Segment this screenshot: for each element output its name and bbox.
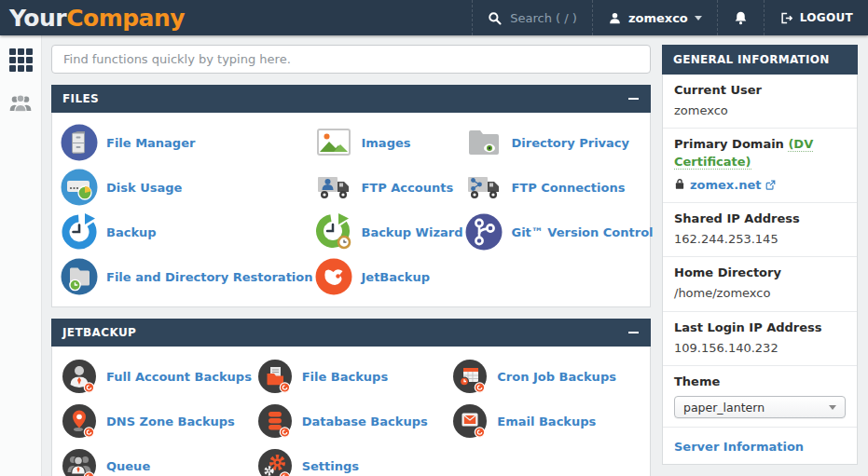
app-item-images[interactable]: Images xyxy=(312,120,462,165)
images-icon xyxy=(314,123,353,162)
user-manager-icon[interactable] xyxy=(7,92,34,118)
logo-part-2: Company xyxy=(66,5,185,32)
app-item-dns-zone-backups[interactable]: DNS Zone Backups xyxy=(58,399,254,443)
app-item-jetbackup[interactable]: JetBackup xyxy=(312,254,462,299)
app-item-directory-privacy[interactable]: Directory Privacy xyxy=(462,120,653,165)
current-user-label: Current User xyxy=(674,82,846,99)
jetbackup-icon xyxy=(314,257,353,296)
main-content: FILES File Manager Images Director xyxy=(51,45,651,476)
files-items-grid: File Manager Images Directory Privacy Di… xyxy=(52,113,650,306)
app-item-label: Backup Wizard xyxy=(361,225,462,239)
app-item-label: Images xyxy=(361,136,410,150)
collapse-icon[interactable] xyxy=(627,92,640,105)
external-link-icon[interactable] xyxy=(765,176,776,194)
app-item-label: FTP Connections xyxy=(511,181,625,195)
app-item-ftp-connections[interactable]: FTP Connections xyxy=(462,165,653,210)
app-item-full-account-backups[interactable]: Full Account Backups xyxy=(58,354,254,399)
app-item-label: Git™ Version Control xyxy=(511,225,653,239)
app-item-file-manager[interactable]: File Manager xyxy=(58,120,312,165)
app-item-database-backups[interactable]: Database Backups xyxy=(254,399,449,443)
ftp-connections-icon xyxy=(464,168,503,207)
git-icon xyxy=(464,212,503,252)
company-logo: YourCompany xyxy=(0,5,185,32)
app-item-settings[interactable]: Settings xyxy=(254,443,449,476)
primary-domain-row: Primary Domain (DV Certificate) zomex.ne… xyxy=(663,129,857,202)
app-item-disk-usage[interactable]: Disk Usage xyxy=(58,165,312,210)
app-item-label: Cron Job Backups xyxy=(497,370,616,384)
app-item-ftp-accounts[interactable]: FTP Accounts xyxy=(312,165,462,210)
ftp-accounts-icon xyxy=(314,168,353,207)
app-item-label: Full Account Backups xyxy=(106,370,252,384)
queue-icon xyxy=(60,446,99,476)
primary-domain-link[interactable]: zomex.net xyxy=(690,178,761,192)
disk-usage-icon xyxy=(60,168,99,207)
logout-button[interactable]: LOGOUT xyxy=(764,0,868,35)
app-item-label: FTP Accounts xyxy=(361,181,453,195)
general-information-panel: GENERAL INFORMATION Current User zomexco… xyxy=(662,45,858,465)
shared-ip-row: Shared IP Address 162.244.253.145 xyxy=(663,203,857,257)
jetbackup-items-grid: Full Account Backups File Backups Cron J… xyxy=(52,347,650,476)
header-search-label: Search ( / ) xyxy=(510,11,577,25)
search-icon xyxy=(488,11,502,25)
full-account-backups-icon xyxy=(60,357,99,396)
files-panel: FILES File Manager Images Director xyxy=(51,85,651,307)
theme-label: Theme xyxy=(674,374,846,390)
general-information-header: GENERAL INFORMATION xyxy=(662,45,858,75)
app-item-email-backups[interactable]: Email Backups xyxy=(448,399,644,443)
app-item-label: Email Backups xyxy=(497,415,596,428)
app-item-label: Settings xyxy=(302,459,359,473)
primary-domain-label: Primary Domain (DV Certificate) xyxy=(674,136,846,170)
app-item-label: Database Backups xyxy=(302,415,428,428)
file-manager-icon xyxy=(60,123,99,162)
last-login-value: 109.156.140.232 xyxy=(674,340,846,357)
collapse-icon[interactable] xyxy=(627,326,640,339)
app-item-label: Disk Usage xyxy=(106,181,182,195)
general-information-title: GENERAL INFORMATION xyxy=(673,53,830,66)
theme-select[interactable]: paper_lantern xyxy=(674,396,846,418)
cron-job-backups-icon xyxy=(450,357,489,396)
theme-row: Theme paper_lantern xyxy=(663,366,857,428)
apps-grid-icon[interactable] xyxy=(9,48,33,72)
app-item-file-backups[interactable]: File Backups xyxy=(254,354,449,399)
top-header: YourCompany Search ( / ) zomexco LOGOUT xyxy=(0,0,868,35)
right-sidebar: GENERAL INFORMATION Current User zomexco… xyxy=(662,45,858,476)
file-backups-icon xyxy=(255,357,295,396)
app-item-label: JetBackup xyxy=(361,270,429,284)
header-search[interactable]: Search ( / ) xyxy=(472,0,592,35)
app-item-backup-wizard[interactable]: Backup Wizard xyxy=(312,210,462,254)
app-item-cron-job-backups[interactable]: Cron Job Backups xyxy=(448,354,644,399)
email-backups-icon xyxy=(450,401,489,441)
app-item-label: File Manager xyxy=(106,136,195,150)
server-information-link[interactable]: Server Information xyxy=(674,440,804,454)
last-login-label: Last Login IP Address xyxy=(674,320,846,336)
bell-icon xyxy=(733,10,749,26)
app-item-git-version-control[interactable]: Git™ Version Control xyxy=(462,210,653,254)
app-item-backup[interactable]: Backup xyxy=(58,210,312,254)
jetbackup-panel: JETBACKUP Full Account Backups File Back… xyxy=(51,319,651,476)
home-directory-row: Home Directory /home/zomexco xyxy=(663,257,857,311)
lock-icon xyxy=(674,176,685,194)
app-item-file-directory-restoration[interactable]: File and Directory Restoration xyxy=(58,254,312,299)
files-panel-header: FILES xyxy=(51,85,651,113)
notifications-button[interactable] xyxy=(717,0,764,35)
chevron-down-icon xyxy=(695,16,702,20)
database-backups-icon xyxy=(255,401,295,441)
select-caret-icon xyxy=(829,405,836,410)
left-sidebar xyxy=(0,35,42,476)
files-panel-title: FILES xyxy=(62,92,99,105)
user-menu[interactable]: zomexco xyxy=(592,0,717,35)
app-item-label: DNS Zone Backups xyxy=(106,415,235,428)
home-directory-value: /home/zomexco xyxy=(674,285,846,302)
current-user-value: zomexco xyxy=(674,102,846,119)
shared-ip-value: 162.244.253.145 xyxy=(674,231,846,248)
current-user-row: Current User zomexco xyxy=(663,75,857,129)
backup-icon xyxy=(60,212,99,252)
app-item-queue[interactable]: Queue xyxy=(58,443,254,476)
server-information-row: Server Information xyxy=(663,428,857,464)
backup-wizard-icon xyxy=(314,212,353,252)
logout-label: LOGOUT xyxy=(800,11,853,24)
home-directory-label: Home Directory xyxy=(674,265,846,281)
theme-selected-value: paper_lantern xyxy=(683,401,765,415)
app-item-label: File Backups xyxy=(302,370,388,384)
quick-find-input[interactable] xyxy=(51,45,651,74)
